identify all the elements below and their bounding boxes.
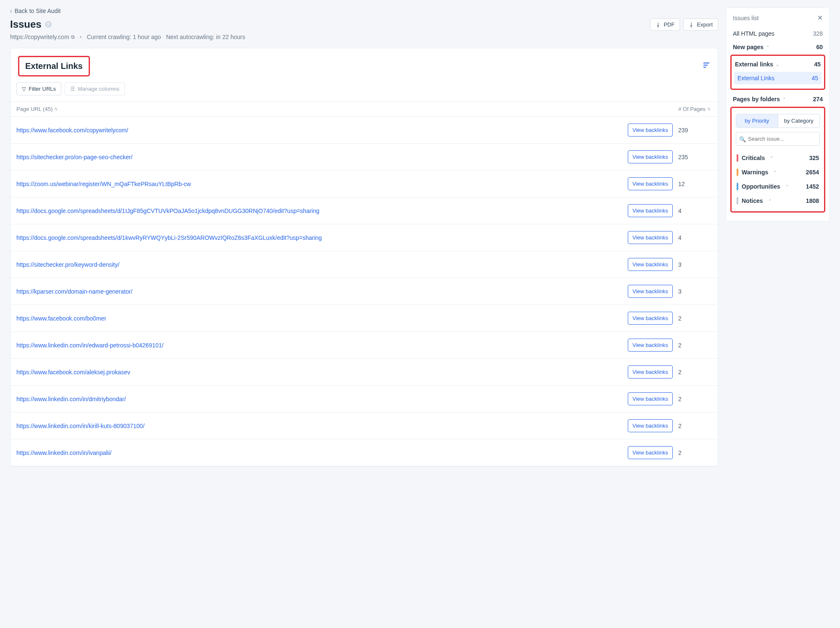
back-link[interactable]: ‹ Back to Site Audit bbox=[10, 8, 61, 14]
pages-count: 2 bbox=[678, 449, 682, 456]
category-item[interactable]: Warnings⌃2654 bbox=[734, 165, 822, 179]
sort-icon[interactable] bbox=[703, 63, 710, 70]
page-url-link[interactable]: https://www.facebook.com/aleksej.prokase… bbox=[16, 369, 130, 376]
pages-count: 2 bbox=[678, 396, 682, 402]
pages-count: 3 bbox=[678, 261, 682, 268]
tab-by-priority[interactable]: by Priority bbox=[736, 114, 778, 127]
page-url-link[interactable]: https://kparser.com/domain-name-generato… bbox=[16, 288, 132, 295]
view-backlinks-button[interactable]: View backlinks bbox=[628, 150, 673, 163]
search-issue-input[interactable] bbox=[736, 132, 820, 146]
crawling-next: Next autocrawling: in 22 hours bbox=[166, 34, 245, 40]
pages-count: 2 bbox=[678, 342, 682, 349]
export-button[interactable]: ⭳ Export bbox=[683, 18, 718, 31]
category-count: 2654 bbox=[806, 169, 819, 176]
category-item[interactable]: Notices⌃1808 bbox=[734, 194, 822, 208]
close-icon[interactable]: ✕ bbox=[817, 14, 823, 22]
sidebar-item-new-pages[interactable]: New pages ⌃ 60 bbox=[730, 40, 825, 54]
table-row: https://www.facebook.com/copywritelycom/… bbox=[11, 117, 718, 144]
col-header-url[interactable]: Page URL (45) ⇅ bbox=[16, 106, 628, 112]
table-row: https://www.linkedin.com/in/dmitriybonda… bbox=[11, 386, 718, 413]
view-backlinks-button[interactable]: View backlinks bbox=[628, 285, 673, 298]
pages-count: 12 bbox=[678, 181, 685, 187]
table-row: https://www.linkedin.com/in/ivanpalii/Vi… bbox=[11, 439, 718, 466]
site-url-link[interactable]: https://copywritely.com ⧉ bbox=[10, 34, 75, 40]
chevron-left-icon: ‹ bbox=[10, 8, 12, 14]
view-backlinks-button[interactable]: View backlinks bbox=[628, 258, 673, 271]
table-row: https://docs.google.com/spreadsheets/d/1… bbox=[11, 224, 718, 251]
pages-count: 239 bbox=[678, 127, 688, 134]
view-backlinks-button[interactable]: View backlinks bbox=[628, 231, 673, 244]
crawling-current: Current crawling: 1 hour ago bbox=[87, 34, 161, 40]
sort-arrows-icon: ⇅ bbox=[54, 108, 58, 111]
category-color-bar bbox=[737, 168, 738, 176]
chevron-up-icon: ⌃ bbox=[785, 184, 789, 189]
pages-count: 2 bbox=[678, 423, 682, 429]
manage-columns-button[interactable]: ☰ Manage columns bbox=[65, 82, 125, 95]
search-icon: 🔍 bbox=[739, 136, 746, 142]
sidebar-item-external-links[interactable]: External links ⌄ 45 bbox=[732, 58, 823, 71]
chevron-up-icon: ⌃ bbox=[782, 97, 786, 102]
view-backlinks-button[interactable]: View backlinks bbox=[628, 339, 673, 352]
pages-count: 2 bbox=[678, 369, 682, 376]
info-icon[interactable]: ? bbox=[45, 21, 52, 28]
page-url-link[interactable]: https://sitechecker.pro/keyword-density/ bbox=[16, 261, 119, 268]
sidebar-item-pages-by-folders[interactable]: Pages by folders ⌃ 274 bbox=[730, 92, 825, 106]
view-backlinks-button[interactable]: View backlinks bbox=[628, 392, 673, 405]
page-url-link[interactable]: https://docs.google.com/spreadsheets/d/1… bbox=[16, 208, 319, 214]
category-count: 1452 bbox=[806, 183, 819, 190]
page-url-link[interactable]: https://sitechecker.pro/on-page-seo-chec… bbox=[16, 154, 132, 160]
category-color-bar bbox=[737, 183, 738, 190]
category-color-bar bbox=[737, 197, 738, 205]
page-url-link[interactable]: https://www.linkedin.com/in/kirill-kuts-… bbox=[16, 423, 145, 429]
sidebar-subitem-external-links[interactable]: External Links 45 bbox=[734, 72, 822, 84]
category-count: 1808 bbox=[806, 197, 819, 204]
tab-by-category[interactable]: by Category bbox=[778, 114, 820, 127]
table-row: https://sitechecker.pro/on-page-seo-chec… bbox=[11, 144, 718, 171]
page-title: Issues ? bbox=[10, 18, 245, 30]
back-link-label: Back to Site Audit bbox=[15, 8, 61, 14]
pages-count: 4 bbox=[678, 208, 682, 214]
category-color-bar bbox=[737, 154, 738, 162]
page-url-link[interactable]: https://www.linkedin.com/in/edward-petro… bbox=[16, 342, 163, 349]
table-row: https://docs.google.com/spreadsheets/d/1… bbox=[11, 197, 718, 224]
page-url-link[interactable]: https://zoom.us/webinar/register/WN_mQaF… bbox=[16, 181, 191, 187]
pdf-button[interactable]: ⭳ PDF bbox=[650, 18, 680, 31]
table-header: Page URL (45) ⇅ # Of Pages ⇅ bbox=[11, 101, 718, 117]
highlight-box: by Priority by Category 🔍 Criticals⌃325W… bbox=[730, 107, 825, 213]
view-backlinks-button[interactable]: View backlinks bbox=[628, 204, 673, 217]
sidebar-title: Issues list bbox=[733, 15, 758, 21]
pdf-icon: ⭳ bbox=[656, 21, 661, 28]
view-backlinks-button[interactable]: View backlinks bbox=[628, 446, 673, 459]
card-title: External Links bbox=[25, 61, 83, 71]
page-url-link[interactable]: https://www.facebook.com/bo0mer bbox=[16, 315, 106, 322]
pages-count: 235 bbox=[678, 154, 688, 160]
category-label: Criticals bbox=[742, 155, 765, 161]
category-count: 325 bbox=[809, 155, 819, 161]
page-url-link[interactable]: https://docs.google.com/spreadsheets/d/1… bbox=[16, 234, 322, 241]
category-label: Notices bbox=[742, 197, 763, 204]
category-label: Warnings bbox=[742, 169, 768, 176]
view-backlinks-button[interactable]: View backlinks bbox=[628, 312, 673, 325]
view-backlinks-button[interactable]: View backlinks bbox=[628, 123, 673, 137]
pages-count: 2 bbox=[678, 315, 682, 322]
table-row: https://sitechecker.pro/keyword-density/… bbox=[11, 251, 718, 278]
category-label: Opportunities bbox=[742, 183, 780, 190]
view-backlinks-button[interactable]: View backlinks bbox=[628, 365, 673, 378]
col-header-pages[interactable]: # Of Pages ⇅ bbox=[678, 106, 712, 112]
view-backlinks-button[interactable]: View backlinks bbox=[628, 419, 673, 432]
chevron-up-icon: ⌃ bbox=[766, 45, 769, 50]
page-url-link[interactable]: https://www.facebook.com/copywritelycom/ bbox=[16, 127, 128, 134]
page-url-link[interactable]: https://www.linkedin.com/in/dmitriybonda… bbox=[16, 396, 126, 402]
filter-urls-button[interactable]: ▽ Filter URLs bbox=[16, 82, 61, 95]
sidebar-item-all-html[interactable]: All HTML pages 328 bbox=[730, 27, 825, 40]
highlight-box: External Links bbox=[18, 56, 90, 76]
chevron-up-icon: ⌃ bbox=[770, 156, 773, 160]
category-item[interactable]: Criticals⌃325 bbox=[734, 151, 822, 165]
category-item[interactable]: Opportunities⌃1452 bbox=[734, 179, 822, 194]
external-links-card: External Links ▽ Filter URLs ☰ Manage co… bbox=[10, 48, 718, 467]
view-backlinks-button[interactable]: View backlinks bbox=[628, 177, 673, 190]
chevron-down-icon: ⌄ bbox=[776, 62, 779, 67]
highlight-box: External links ⌄ 45 External Links 45 bbox=[730, 55, 825, 90]
page-url-link[interactable]: https://www.linkedin.com/in/ivanpalii/ bbox=[16, 449, 111, 456]
issues-sidebar: Issues list ✕ All HTML pages 328 New pag… bbox=[726, 8, 830, 221]
